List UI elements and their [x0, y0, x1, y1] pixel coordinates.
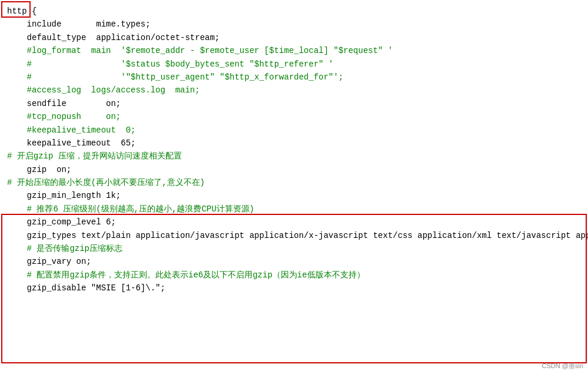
code-line: http {: [7, 5, 581, 18]
code-line: gzip_disable "MSIE [1-6]\.";: [7, 282, 581, 294]
code-line: # 推荐6 压缩级别(级别越高,压的越小,越浪费CPU计算资源): [7, 203, 581, 216]
code-lines: http { include mime.types; default_type …: [7, 5, 581, 295]
code-line: gzip_vary on;: [7, 255, 581, 268]
watermark: CSDN @墨siri: [542, 361, 583, 372]
code-line: include mime.types;: [7, 18, 581, 31]
code-line: #access_log logs/access.log main;: [7, 84, 581, 97]
code-line: #tcp_nopush on;: [7, 110, 581, 123]
code-line: gzip_min_length 1k;: [7, 189, 581, 202]
code-line: # 是否传输gzip压缩标志: [7, 242, 581, 255]
code-line: # '$status $body_bytes_sent "$http_refer…: [7, 58, 581, 71]
code-line: default_type application/octet-stream;: [7, 31, 581, 44]
code-line: sendfile on;: [7, 97, 581, 110]
code-container: http { include mime.types; default_type …: [0, 0, 588, 374]
code-line: #log_format main '$remote_addr - $remote…: [7, 44, 581, 57]
code-line: # 开始压缩的最小长度(再小就不要压缩了,意义不在): [7, 176, 581, 189]
code-line: keepalive_timeout 65;: [7, 137, 581, 150]
code-line: gzip_types text/plain application/javasc…: [7, 229, 581, 242]
code-line: gzip_comp_level 6;: [7, 216, 581, 229]
code-line: # 开启gzip 压缩，提升网站访问速度相关配置: [7, 150, 581, 163]
code-line: # 配置禁用gzip条件，支持正则。此处表示ie6及以下不启用gzip（因为ie…: [7, 269, 581, 282]
code-line: gzip on;: [7, 163, 581, 176]
code-line: #keepalive_timeout 0;: [7, 124, 581, 137]
code-line: # '"$http_user_agent" "$http_x_forwarded…: [7, 71, 581, 84]
